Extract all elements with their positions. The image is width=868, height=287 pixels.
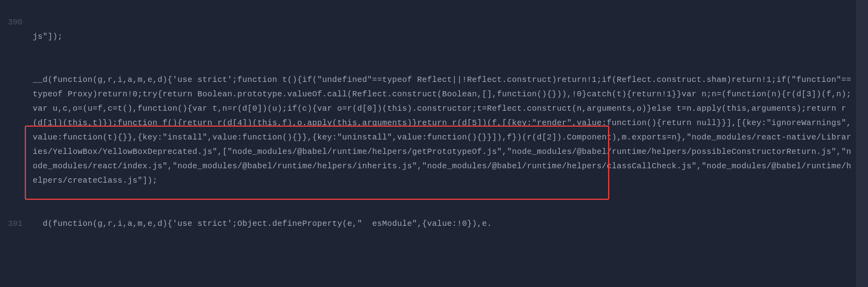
code-line-partial: js"]); — [33, 30, 856, 44]
line-number-blank — [0, 1, 22, 15]
code-content[interactable]: js"]); __d(function(g,r,i,a,m,e,d){'use … — [28, 0, 856, 287]
minimap[interactable] — [856, 0, 868, 287]
code-line: __d(function(g,r,i,a,m,e,d){'use strict'… — [33, 73, 856, 188]
code-line: d(function(g,r,i,a,m,e,d){'use strict';O… — [33, 217, 856, 231]
line-number: 390 — [0, 15, 22, 30]
line-number: 391 — [0, 217, 22, 231]
line-number-gutter: 390 391 — [0, 0, 28, 287]
code-editor[interactable]: 390 391 js"]); __d(function(g,r,i,a,m,e,… — [0, 0, 868, 287]
